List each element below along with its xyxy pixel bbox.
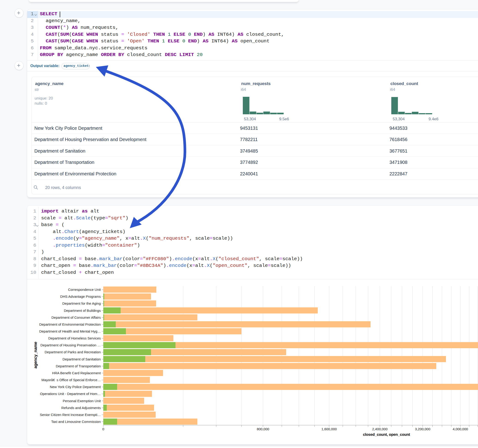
svg-text:Personal Exemption Unit: Personal Exemption Unit — [63, 399, 101, 403]
svg-text:agency_name: agency_name — [33, 342, 38, 368]
svg-text:Mayorâ€ s Office of Special En: Mayorâ€ s Office of Special Enforce… — [42, 378, 101, 382]
svg-text:Taxi and Limousine Commission: Taxi and Limousine Commission — [51, 420, 101, 423]
svg-text:Department of Sanitation: Department of Sanitation — [63, 357, 101, 361]
svg-text:Senior Citizen Rent Increase E: Senior Citizen Rent Increase Exempti… — [40, 413, 101, 417]
svg-text:Department of Housing Preserva: Department of Housing Preservation … — [40, 343, 101, 347]
svg-text:HRA Benefit Card Replacement: HRA Benefit Card Replacement — [52, 371, 101, 375]
svg-text:Refunds and Adjustments: Refunds and Adjustments — [61, 406, 101, 410]
svg-text:3,200,000: 3,200,000 — [415, 427, 430, 431]
svg-text:Department of Buildings: Department of Buildings — [64, 309, 101, 312]
svg-text:Correspondence Unit: Correspondence Unit — [68, 288, 101, 292]
svg-text:Department of Health and Menta: Department of Health and Mental Hyg… — [39, 329, 101, 333]
svg-text:Department of Homeless Service: Department of Homeless Services — [48, 336, 101, 340]
svg-text:Department of Environmental Pr: Department of Environmental Protection — [39, 322, 101, 326]
svg-text:Department of Transportation: Department of Transportation — [56, 364, 101, 368]
svg-text:4,000,000: 4,000,000 — [453, 427, 468, 431]
svg-text:Department of Parks and Recrea: Department of Parks and Recreation — [45, 350, 101, 354]
svg-text:New York City Police Departmen: New York City Police Department — [50, 385, 101, 389]
svg-text:1,600,000: 1,600,000 — [321, 427, 337, 431]
svg-text:closed_count, open_count: closed_count, open_count — [363, 432, 410, 436]
svg-text:Department of Consumer Affairs: Department of Consumer Affairs — [51, 316, 101, 319]
svg-text:800,000: 800,000 — [257, 427, 269, 431]
svg-text:DHS Advantage Programs: DHS Advantage Programs — [60, 294, 101, 299]
svg-text:0: 0 — [102, 427, 104, 431]
svg-text:Department for the Aging: Department for the Aging — [62, 301, 101, 305]
svg-text:2,400,000: 2,400,000 — [372, 427, 388, 431]
svg-text:Operations Unit - Department o: Operations Unit - Department of Hom… — [40, 392, 101, 396]
